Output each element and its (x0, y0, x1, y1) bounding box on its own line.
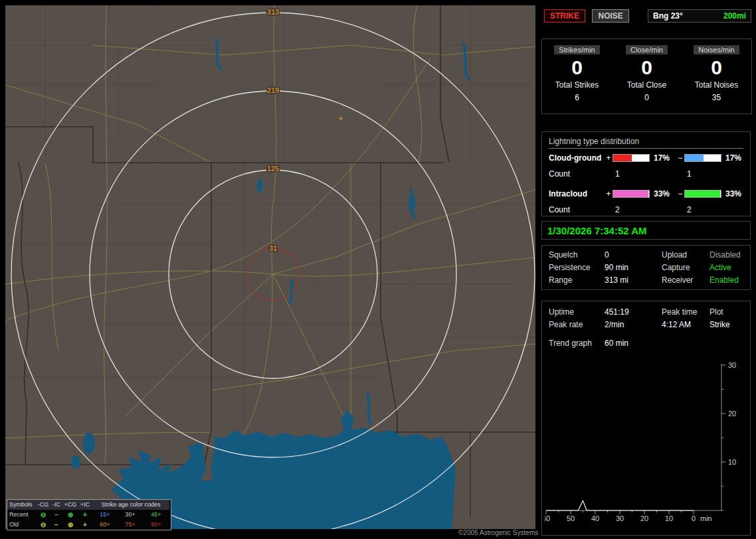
svg-text:10: 10 (665, 514, 673, 522)
close-per-min-label: Close/min (626, 45, 668, 54)
strike-marker-icon: + (339, 114, 343, 122)
map-area: 313 219 125 31 + Symbols -CG -IC +CG +IC… (5, 5, 535, 529)
peak-rate-label: Peak rate (549, 319, 605, 331)
peak-rate-value: 2/min (605, 319, 662, 331)
pos-ic-old-icon: + (78, 520, 92, 530)
pos-ic-recent-icon: + (78, 510, 92, 520)
neg-cg-recent-icon: ⊖ (37, 510, 50, 520)
plot-value: Strike (709, 319, 743, 331)
mode-toolbar: STRIKE NOISE Bng 23° 200mi (544, 9, 751, 24)
bearing-range-display: Bng 23° 200mi (648, 9, 751, 23)
svg-text:40: 40 (591, 514, 599, 522)
ring-label-313: 313 (267, 8, 279, 16)
ic-positive-count: 2 (613, 205, 651, 214)
cg-positive-bar (613, 154, 650, 162)
total-strikes-value: 6 (542, 93, 612, 102)
legend-symbols-header: Symbols (7, 500, 37, 510)
ic-negative-bar (684, 190, 721, 198)
total-close-value: 0 (612, 93, 682, 102)
rate-counters-panel: Strikes/min 0 Total Strikes 6 Close/min … (541, 38, 752, 114)
range-value: 200mi (723, 11, 746, 21)
total-strikes-label: Total Strikes (542, 80, 612, 90)
map-canvas[interactable]: 313 219 125 31 + (5, 5, 535, 529)
pos-cg-recent-icon: ⊕ (63, 510, 78, 520)
copyright-text: ©2005 Astrogenic Systems (458, 529, 538, 536)
stats-trend-panel: Uptime 451:19 Peak time Plot Peak rate 2… (541, 301, 751, 536)
noises-per-min-value: 0 (682, 56, 751, 79)
legend-age-title: Strike age color codes (92, 500, 169, 510)
noises-per-min-label: Noises/min (694, 45, 739, 54)
persistence-label: Persistence (549, 262, 605, 274)
cg-positive-count: 1 (613, 169, 651, 179)
uptime-label: Uptime (549, 306, 605, 319)
noise-button[interactable]: NOISE (592, 9, 628, 23)
persistence-value: 90 min (605, 262, 662, 274)
ic-positive-bar-fill (613, 191, 648, 197)
legend-old-label: Old (7, 520, 37, 530)
trend-window-value: 60 min (605, 337, 662, 350)
cloud-ground-row: Cloud-ground + 17% − 17% (549, 151, 743, 165)
minus-sign: − (676, 153, 684, 163)
upload-status: Disabled (709, 249, 743, 262)
age-30: 30+ (118, 510, 143, 520)
symbols-legend: Symbols -CG -IC +CG +IC Strike age color… (7, 499, 171, 530)
legend-col-ncg: -CG (37, 500, 50, 510)
cg-negative-bar (684, 154, 721, 162)
peak-time-label: Peak time (662, 306, 709, 319)
ic-positive-bar (613, 190, 650, 198)
distribution-title: Lightning type distribution (549, 137, 743, 149)
close-counter: Close/min 0 Total Close 0 (612, 39, 682, 114)
trend-graph-label: Trend graph (549, 337, 605, 350)
ic-count-label: Count (549, 205, 605, 214)
strikes-counter: Strikes/min 0 Total Strikes 6 (542, 39, 612, 114)
svg-text:20: 20 (728, 410, 736, 418)
ic-negative-pct: 33% (723, 189, 745, 198)
peak-time-value: 4:12 AM (662, 319, 709, 331)
ring-label-125: 125 (267, 165, 279, 173)
close-per-min-value: 0 (612, 56, 682, 79)
total-close-label: Total Close (612, 80, 682, 90)
age-75: 75+ (118, 520, 143, 530)
strike-button[interactable]: STRIKE (544, 9, 585, 23)
legend-col-pcg: +CG (63, 500, 78, 510)
capture-status: Active (709, 262, 743, 274)
range-setting-value: 313 mi (605, 274, 662, 287)
svg-text:30: 30 (616, 514, 624, 522)
strikes-per-min-value: 0 (542, 56, 612, 79)
legend-recent-label: Recent (7, 510, 37, 520)
cloud-ground-label: Cloud-ground (549, 153, 605, 163)
cg-positive-bar-fill (613, 155, 632, 161)
intracloud-row: Intracloud + 33% − 33% (549, 187, 743, 200)
receiver-label: Receiver (662, 274, 709, 287)
age-60: 60+ (92, 520, 118, 530)
trend-series-line (546, 501, 694, 510)
cg-count-label: Count (549, 169, 605, 179)
datetime-display: 1/30/2026 7:34:52 AM (541, 221, 751, 240)
receiver-status: Enabled (709, 274, 743, 287)
trend-axis-ticks: 6050403020100min102030 (545, 361, 736, 522)
svg-text:0: 0 (692, 514, 696, 522)
svg-text:min: min (700, 514, 712, 522)
squelch-label: Squelch (549, 249, 605, 262)
status-panel: Squelch 0 Upload Disabled Persistence 90… (541, 245, 751, 290)
total-noises-value: 35 (682, 93, 751, 102)
lightning-distribution-panel: Lightning type distribution Cloud-ground… (541, 131, 751, 216)
squelch-value: 0 (605, 249, 662, 262)
strikes-per-min-label: Strikes/min (554, 45, 599, 54)
age-15: 15+ (92, 510, 118, 520)
ic-positive-pct: 33% (651, 189, 676, 198)
cg-negative-bar-fill (685, 155, 704, 161)
range-label: Range (549, 274, 605, 287)
neg-cg-old-icon: ⊖ (37, 520, 50, 530)
ring-label-219: 219 (267, 86, 279, 94)
cloud-ground-count-row: Count 1 1 (549, 167, 743, 181)
svg-text:10: 10 (728, 458, 736, 466)
svg-text:30: 30 (728, 361, 736, 369)
neg-ic-old-icon: − (50, 520, 63, 530)
pos-cg-old-icon: ⊕ (63, 520, 78, 530)
plus-sign: + (605, 189, 613, 198)
plot-label: Plot (709, 306, 743, 319)
svg-text:20: 20 (640, 514, 648, 522)
intracloud-label: Intracloud (549, 189, 605, 198)
svg-text:50: 50 (567, 514, 575, 522)
